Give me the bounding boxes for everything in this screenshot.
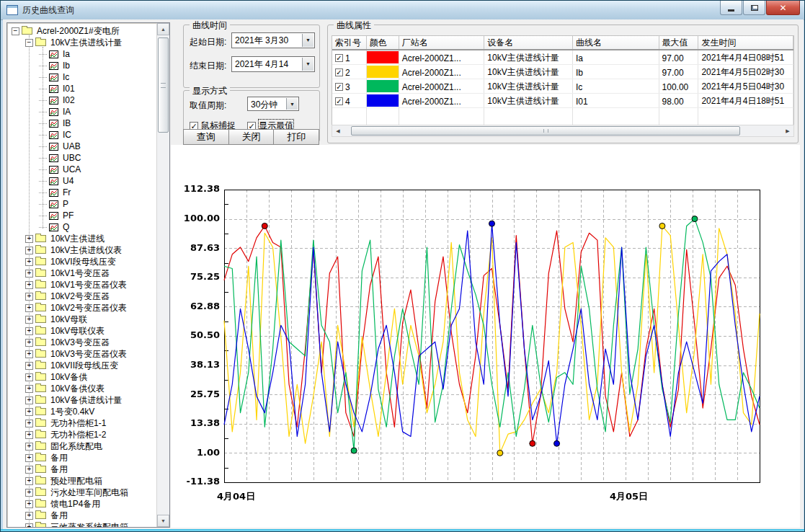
scroll-left-icon[interactable]: ◀ [332, 125, 344, 136]
collapse-icon[interactable]: − [25, 39, 33, 47]
table-row[interactable]: ✓2Acrel-2000Z1...10kV主供进线计量Ib97.002021年4… [332, 65, 793, 79]
tree-item[interactable]: Q [7, 221, 157, 233]
row-checkbox[interactable]: ✓ [335, 97, 343, 105]
tree-item[interactable]: +馈电1P4备用 [7, 498, 157, 510]
end-date-select[interactable]: 2021年 4月14 ▼ [231, 56, 315, 72]
tree-item-label[interactable]: 10kV备供进线计量 [49, 394, 123, 407]
tree-item-label[interactable]: 10kV备供 [49, 371, 89, 384]
tree-scrollbar[interactable]: ▲ ▼ [156, 23, 169, 527]
expand-icon[interactable]: + [25, 281, 33, 289]
column-header[interactable]: 发生时间 [698, 36, 793, 49]
period-select[interactable]: 30分钟 ▼ [247, 97, 299, 111]
tree-item[interactable]: Ic [7, 71, 157, 83]
tree-item-label[interactable]: IB [61, 118, 72, 128]
expand-icon[interactable]: + [25, 396, 33, 404]
tree-item[interactable]: +10kVI段母线压变 [7, 256, 157, 267]
tree-item[interactable]: +10kV母联仪表 [7, 325, 157, 337]
expand-icon[interactable]: + [25, 362, 33, 370]
close-query-button[interactable]: 关闭 [228, 129, 275, 145]
start-date-select[interactable]: 2021年 3月30 ▼ [231, 32, 315, 48]
minimize-button[interactable] [720, 1, 742, 15]
table-row[interactable]: ✓4Acrel-2000Z1...10kV主供进线计量I0198.002021年… [332, 94, 793, 108]
tree-item[interactable]: +10kV1号变压器仪表 [7, 279, 157, 291]
tree-item[interactable]: UAB [7, 141, 157, 152]
expand-icon[interactable]: + [25, 304, 33, 312]
expand-icon[interactable]: + [25, 454, 33, 462]
column-header[interactable]: 厂站名 [399, 36, 485, 49]
expand-icon[interactable]: + [25, 523, 33, 528]
history-curve-chart[interactable] [171, 145, 800, 528]
chevron-down-icon[interactable]: ▼ [302, 58, 313, 71]
tree-item[interactable]: +10kV2号变压器仪表 [7, 302, 157, 314]
tree-item[interactable]: +无功补偿柜1-2 [7, 429, 157, 440]
expand-icon[interactable]: + [25, 339, 33, 347]
tree-item-label[interactable]: 备用 [49, 510, 69, 522]
tree-item-label[interactable]: 10kV3号变压器仪表 [49, 348, 128, 360]
tree-item[interactable]: Ia [7, 48, 157, 60]
tree-item[interactable]: UBC [7, 152, 157, 164]
tree-item[interactable]: UCA [7, 164, 157, 175]
tree-item[interactable]: +备用 [7, 464, 157, 475]
tree-item[interactable]: +污水处理车间配电箱 [7, 487, 157, 498]
expand-icon[interactable]: + [25, 235, 33, 243]
tree-item-label[interactable]: 10kV3号变压器 [49, 337, 111, 349]
close-button[interactable]: ✕ [766, 1, 800, 15]
tree-item[interactable]: +10kV母联 [7, 314, 157, 325]
tree-item-label[interactable]: Q [61, 222, 71, 232]
tree-item-label[interactable]: UCA [61, 164, 82, 174]
expand-icon[interactable]: + [25, 477, 33, 485]
tree-item[interactable]: +10kV主供进线 [7, 233, 157, 244]
collapse-icon[interactable]: − [12, 27, 19, 35]
tree-item-label[interactable]: 10kVI段母线压变 [49, 256, 117, 268]
tree-item[interactable]: P [7, 198, 157, 210]
tree-item[interactable]: +10kV备供 [7, 371, 157, 383]
tree-item-label[interactable]: 10kV1号变压器仪表 [49, 279, 128, 291]
tree-item[interactable]: +10kV备供仪表 [7, 383, 157, 394]
expand-icon[interactable]: + [25, 350, 33, 358]
tree-item[interactable]: Ib [7, 60, 157, 71]
scroll-right-icon[interactable]: ▶ [782, 125, 793, 136]
scroll-down-icon[interactable]: ▼ [157, 515, 169, 527]
tree-item-label[interactable]: I02 [61, 95, 76, 105]
tree-item[interactable]: −Acrel-2000Z1#变电所 [7, 25, 157, 37]
tree-item-label[interactable]: Ic [61, 72, 71, 82]
expand-icon[interactable]: + [25, 431, 33, 439]
tree-item-label[interactable]: 10kV2号变压器仪表 [49, 302, 128, 314]
column-header[interactable]: 曲线名 [573, 36, 659, 49]
tree-item[interactable]: IB [7, 118, 157, 129]
expand-icon[interactable]: + [25, 408, 33, 416]
tree-item[interactable]: +10kV1号变压器 [7, 267, 157, 279]
tree-item[interactable]: +10kV主供进线仪表 [7, 244, 157, 256]
column-header[interactable]: 颜色 [367, 36, 399, 49]
tree-item-label[interactable]: PF [61, 210, 75, 221]
tree-item[interactable]: I01 [7, 83, 157, 94]
tree-item[interactable]: −10kV主供进线计量 [7, 37, 157, 48]
tree-item-label[interactable]: 无功补偿柜1-2 [49, 429, 107, 441]
tree-item-label[interactable]: 三效蒸发系统配电箱 [49, 521, 130, 528]
tree-item-label[interactable]: P [61, 199, 70, 209]
tree-item[interactable]: +备用 [7, 452, 157, 464]
expand-icon[interactable]: + [25, 258, 33, 266]
tree-item-label[interactable]: UBC [61, 153, 82, 163]
tree-item[interactable]: Fr [7, 187, 157, 198]
tree-item-label[interactable]: 10kV备供仪表 [49, 383, 106, 395]
expand-icon[interactable]: + [25, 420, 33, 427]
tree-item-label[interactable]: Acrel-2000Z1#变电所 [35, 25, 121, 37]
restore-button[interactable] [743, 1, 765, 15]
titlebar[interactable]: 历史曲线查询 ✕ [1, 1, 804, 20]
tree-item[interactable]: PF [7, 210, 157, 221]
tree-item-label[interactable]: I01 [61, 84, 76, 94]
expand-icon[interactable]: + [25, 500, 33, 508]
tree-item[interactable]: +三效蒸发系统配电箱 [7, 521, 157, 527]
tree-item-label[interactable]: 10kV母联仪表 [49, 325, 106, 337]
tree-item-label[interactable]: 固化系统配电 [49, 440, 104, 453]
expand-icon[interactable]: + [25, 466, 33, 474]
tree-item[interactable]: IC [7, 129, 157, 141]
chevron-down-icon[interactable]: ▼ [286, 98, 298, 110]
row-checkbox[interactable]: ✓ [335, 83, 343, 91]
tree-item-label[interactable]: Fr [61, 187, 72, 198]
expand-icon[interactable]: + [25, 512, 33, 520]
tree-item-label[interactable]: Ia [61, 49, 71, 59]
tree-item-label[interactable]: 1号变0.4kV [49, 406, 96, 418]
tree-item[interactable]: +10kV3号变压器 [7, 337, 157, 348]
